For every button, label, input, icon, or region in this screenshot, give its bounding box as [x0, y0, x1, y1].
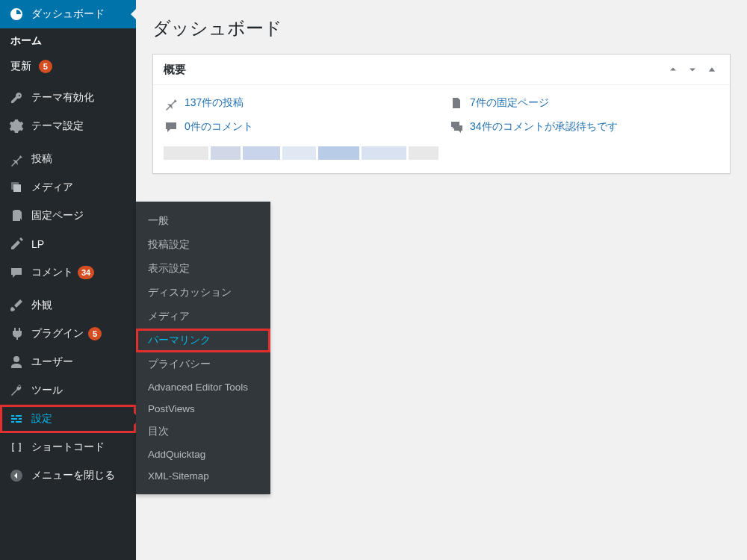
admin-sidebar: ダッシュボード ホーム 更新 5 テーマ有効化 テーマ設定 投稿 メディア 固定…	[0, 0, 136, 560]
comment-icon	[164, 119, 179, 134]
flyout-item-general[interactable]: 一般	[136, 209, 270, 233]
sliders-icon	[9, 411, 24, 426]
sidebar-item-lp[interactable]: LP	[0, 230, 136, 258]
sidebar-sub-home[interactable]: ホーム	[0, 28, 136, 54]
media-icon	[9, 180, 24, 195]
sidebar-label: メディア	[31, 181, 73, 194]
sidebar-sub-updates[interactable]: 更新 5	[0, 54, 136, 79]
user-icon	[9, 355, 24, 370]
pin-icon	[164, 96, 179, 111]
sidebar-item-theme-settings[interactable]: テーマ設定	[0, 112, 136, 140]
wrench-icon	[9, 383, 24, 398]
comment-icon	[9, 265, 24, 280]
gear-icon	[9, 119, 24, 134]
sidebar-item-pages[interactable]: 固定ページ	[0, 202, 136, 230]
chevron-up-icon[interactable]	[666, 62, 681, 77]
pin-icon	[9, 152, 24, 167]
sidebar-item-posts[interactable]: 投稿	[0, 145, 136, 173]
flyout-item-permalink[interactable]: パーマリンク	[136, 329, 270, 352]
stat-posts[interactable]: 137件の投稿	[164, 96, 434, 111]
flyout-item-postviews[interactable]: PostViews	[136, 398, 270, 420]
collapse-icon	[9, 468, 24, 483]
shortcode-icon	[9, 440, 24, 455]
comments-badge: 34	[78, 266, 94, 279]
panel-title: 概要	[164, 63, 186, 77]
pages-icon	[449, 96, 464, 111]
stat-pages[interactable]: 7件の固定ページ	[449, 96, 719, 111]
flyout-item-writing[interactable]: 投稿設定	[136, 233, 270, 257]
sidebar-label: ツール	[31, 384, 63, 397]
pencil-icon	[9, 237, 24, 252]
flyout-item-privacy[interactable]: プライバシー	[136, 352, 270, 376]
sidebar-label: 設定	[31, 412, 52, 426]
flyout-item-aet[interactable]: Advanced Editor Tools	[136, 376, 270, 398]
sidebar-item-tools[interactable]: ツール	[0, 376, 136, 405]
plugin-icon	[9, 326, 24, 341]
brush-icon	[9, 298, 24, 313]
sidebar-item-theme-activation[interactable]: テーマ有効化	[0, 84, 136, 112]
panel-body: 137件の投稿 7件の固定ページ 0件のコメント 34件のコメントが承認待ちです	[153, 85, 730, 173]
sidebar-label: テーマ設定	[31, 119, 84, 133]
panel-header: 概要	[153, 55, 730, 85]
sidebar-item-shortcode[interactable]: ショートコード	[0, 433, 136, 461]
sidebar-label: コメント	[31, 266, 73, 279]
pages-icon	[9, 208, 24, 223]
flyout-item-addquicktag[interactable]: AddQuicktag	[136, 444, 270, 465]
sidebar-label: 投稿	[31, 152, 52, 166]
sidebar-item-plugins[interactable]: プラグイン 5	[0, 320, 136, 348]
active-arrow-icon	[131, 8, 137, 20]
overview-panel: 概要 137件の投稿 7件の固定ページ 0件のコメント	[152, 54, 731, 174]
sidebar-item-media[interactable]: メディア	[0, 173, 136, 202]
sidebar-item-comments[interactable]: コメント 34	[0, 258, 136, 287]
comments-icon	[449, 119, 464, 134]
sidebar-label: ダッシュボード	[31, 7, 105, 21]
sidebar-label: ユーザー	[31, 355, 73, 369]
chevron-down-icon[interactable]	[685, 62, 700, 77]
key-icon	[9, 90, 24, 105]
stat-pending-comments[interactable]: 34件のコメントが承認待ちです	[449, 119, 719, 134]
sidebar-item-collapse[interactable]: メニューを閉じる	[0, 461, 136, 490]
sidebar-item-dashboard[interactable]: ダッシュボード	[0, 0, 136, 28]
flyout-item-media[interactable]: メディア	[136, 305, 270, 329]
sidebar-label: 固定ページ	[31, 209, 84, 223]
plugins-badge: 5	[88, 327, 102, 340]
redacted-info	[164, 146, 719, 160]
sidebar-label: ショートコード	[31, 441, 105, 454]
sidebar-label: メニューを閉じる	[31, 469, 115, 482]
triangle-up-icon[interactable]	[704, 62, 719, 77]
settings-flyout: 一般 投稿設定 表示設定 ディスカッション メディア パーマリンク プライバシー…	[136, 202, 270, 494]
dashboard-icon	[9, 7, 24, 22]
sidebar-label: テーマ有効化	[31, 91, 94, 105]
flyout-item-toc[interactable]: 目次	[136, 420, 270, 444]
flyout-item-xmlsitemap[interactable]: XML-Sitemap	[136, 465, 270, 487]
sidebar-item-users[interactable]: ユーザー	[0, 348, 136, 376]
sidebar-label: プラグイン	[31, 327, 84, 340]
sidebar-item-settings[interactable]: 設定	[0, 405, 136, 433]
stat-comments[interactable]: 0件のコメント	[164, 119, 434, 134]
updates-badge: 5	[39, 60, 52, 73]
main-content: ダッシュボード 概要 137件の投稿 7件の固定ページ	[136, 0, 747, 183]
flyout-item-reading[interactable]: 表示設定	[136, 257, 270, 281]
panel-controls	[666, 62, 719, 77]
page-title: ダッシュボード	[152, 16, 731, 40]
sidebar-item-appearance[interactable]: 外観	[0, 291, 136, 320]
sidebar-label: LP	[31, 238, 44, 250]
sidebar-label: 外観	[31, 299, 52, 312]
flyout-item-discussion[interactable]: ディスカッション	[136, 281, 270, 305]
